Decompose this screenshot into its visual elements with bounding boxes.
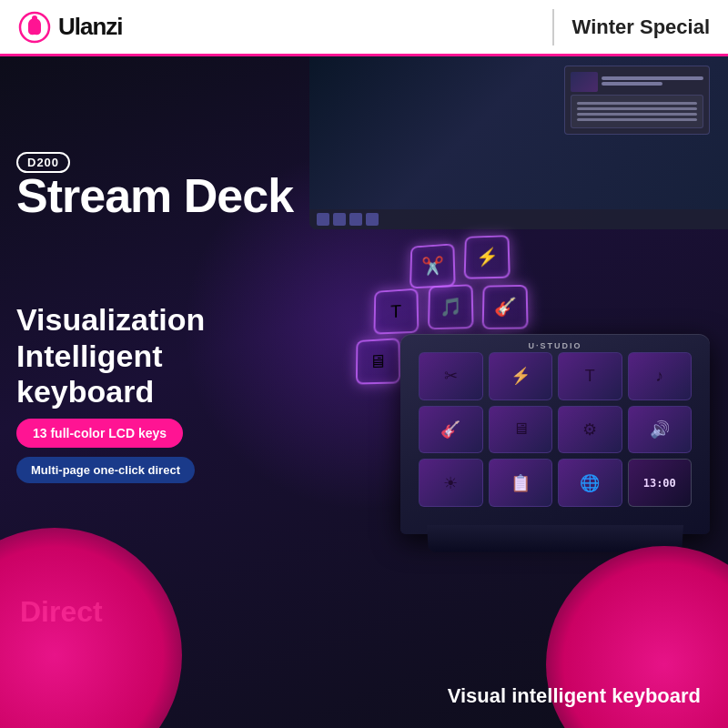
device-key-7[interactable]: ⚙ xyxy=(558,406,622,454)
device-visual: ✂️ ⚡ T 🎵 🎸 🖥 ⚙ ♪ U·STUDIO ✂ ⚡ T ♪ 🎸 🖥 ⚙ … xyxy=(355,234,728,552)
holo-key-1: ✂️ xyxy=(410,243,456,288)
brand-logo: Ulanzi xyxy=(18,11,534,44)
device-key-9[interactable]: ☀ xyxy=(419,459,483,507)
monitor-screen xyxy=(309,56,728,229)
taskbar-icon-3 xyxy=(349,213,362,226)
popup-line-1 xyxy=(602,76,703,80)
popup-thumbnail xyxy=(571,72,598,92)
product-title: Stream Deck xyxy=(16,170,293,222)
app-popup xyxy=(564,66,710,135)
device-key-6[interactable]: 🖥 xyxy=(489,406,553,454)
taskbar-icon-2 xyxy=(333,213,346,226)
menu-item-4 xyxy=(577,118,697,121)
device-key-3[interactable]: T xyxy=(558,352,622,400)
feature-intelligent-keyboard: Intelligent keyboard xyxy=(16,339,163,410)
promo-text: Winter Special xyxy=(572,15,710,39)
device-clock-key: 13:00 xyxy=(628,459,693,507)
ulanzi-logo-icon xyxy=(18,11,51,44)
taskbar-icon-1 xyxy=(317,213,329,226)
device-key-5[interactable]: 🎸 xyxy=(419,406,483,454)
header-divider xyxy=(552,9,554,46)
holo-key-2: ⚡ xyxy=(464,235,511,278)
device-key-10[interactable]: 📋 xyxy=(489,459,553,507)
bottom-tagline: Visual intelligent keyboard xyxy=(448,684,701,708)
logo-text: Ulanzi xyxy=(58,13,123,41)
feature-visualization: Visualization xyxy=(16,302,205,338)
popup-line-2 xyxy=(602,82,662,86)
taskbar-icon-4 xyxy=(366,213,379,226)
taskbar xyxy=(309,209,728,229)
keys-grid: ✂ ⚡ T ♪ 🎸 🖥 ⚙ 🔊 ☀ 📋 🌐 13:00 xyxy=(419,352,692,507)
device-body: U·STUDIO ✂ ⚡ T ♪ 🎸 🖥 ⚙ 🔊 ☀ 📋 🌐 13:00 xyxy=(400,334,710,534)
device-key-8[interactable]: 🔊 xyxy=(628,406,693,454)
device-key-11[interactable]: 🌐 xyxy=(558,459,622,507)
context-menu xyxy=(571,95,703,128)
header: Ulanzi Winter Special xyxy=(0,0,728,56)
monitor-screenshot xyxy=(309,56,728,229)
main-content: D200 Stream Deck Visualization Intellige… xyxy=(0,56,728,728)
multipage-button[interactable]: Multi-page one-click direct xyxy=(16,457,195,483)
deco-circle-left xyxy=(0,528,182,728)
device-key-2[interactable]: ⚡ xyxy=(489,352,553,400)
device-key-1[interactable]: ✂ xyxy=(419,352,483,400)
holo-key-3: T xyxy=(373,288,419,335)
lcd-keys-button[interactable]: 13 full-color LCD keys xyxy=(16,419,183,448)
svg-point-1 xyxy=(32,15,37,21)
holo-key-6: 🖥 xyxy=(356,338,400,384)
menu-item-1 xyxy=(577,102,697,105)
device-brand-label: U·STUDIO xyxy=(528,341,581,350)
popup-text xyxy=(602,76,703,87)
menu-item-3 xyxy=(577,113,697,116)
holo-key-4: 🎵 xyxy=(428,284,474,329)
device-key-4[interactable]: ♪ xyxy=(628,352,693,400)
holo-key-5: 🎸 xyxy=(482,285,529,329)
menu-item-2 xyxy=(577,107,697,110)
